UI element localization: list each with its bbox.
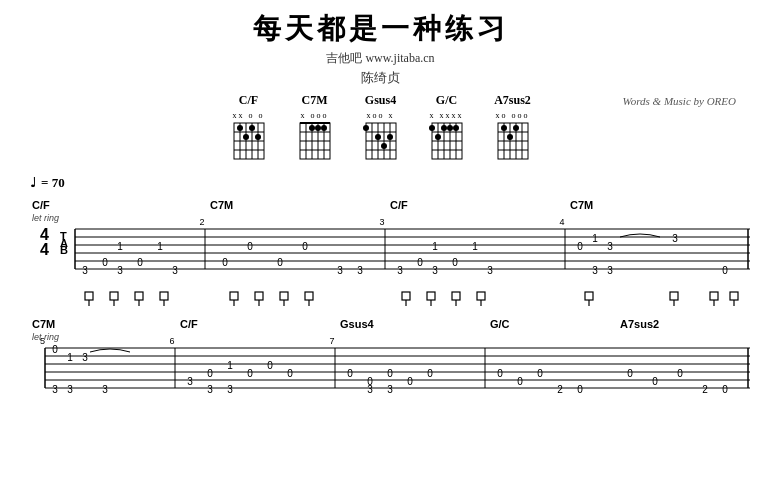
chord-gc-grid — [428, 121, 466, 161]
svg-text:0: 0 — [207, 368, 213, 379]
tab-section-2: C7M C/F Gsus4 G/C A7sus2 let ring 5 6 7 — [20, 314, 741, 404]
svg-text:3: 3 — [67, 384, 73, 395]
svg-rect-133 — [477, 292, 485, 300]
svg-rect-139 — [710, 292, 718, 300]
svg-rect-141 — [730, 292, 738, 300]
svg-text:0: 0 — [407, 376, 413, 387]
svg-text:3: 3 — [487, 265, 493, 276]
svg-text:Gsus4: Gsus4 — [340, 318, 375, 330]
svg-text:0: 0 — [652, 376, 658, 387]
svg-text:B: B — [60, 244, 68, 256]
svg-point-10 — [249, 125, 255, 131]
svg-rect-129 — [427, 292, 435, 300]
svg-text:0: 0 — [722, 265, 728, 276]
svg-text:3: 3 — [52, 384, 58, 395]
svg-text:G/C: G/C — [490, 318, 510, 330]
svg-point-58 — [507, 134, 513, 140]
svg-text:2: 2 — [199, 217, 204, 227]
svg-text:4: 4 — [559, 217, 564, 227]
chord-gsus4-grid — [362, 121, 400, 161]
svg-text:0: 0 — [247, 368, 253, 379]
tab-staff-1: C/F C7M C/F C7M let ring 4 4 T A B — [30, 195, 750, 290]
rhythm-row-1 — [30, 288, 750, 310]
svg-text:0: 0 — [287, 368, 293, 379]
svg-text:0: 0 — [417, 257, 423, 268]
chord-c7m-name: C7M — [296, 93, 334, 108]
svg-text:0: 0 — [52, 344, 58, 355]
svg-text:0: 0 — [347, 368, 353, 379]
svg-text:1: 1 — [472, 241, 478, 252]
chord-a7sus2-grid — [494, 121, 532, 161]
svg-text:3: 3 — [387, 384, 393, 395]
tempo-note: ♩ — [30, 175, 36, 191]
svg-text:3: 3 — [117, 265, 123, 276]
song-title: 每天都是一种练习 — [20, 10, 741, 48]
svg-point-48 — [453, 125, 459, 131]
svg-text:1: 1 — [157, 241, 163, 252]
svg-text:3: 3 — [102, 384, 108, 395]
tempo: ♩ = 70 — [30, 175, 731, 191]
svg-rect-125 — [305, 292, 313, 300]
svg-point-23 — [321, 125, 327, 131]
page: 每天都是一种练习 吉他吧 www.jitaba.cn 陈绮贞 Words & M… — [0, 0, 761, 504]
svg-text:3: 3 — [379, 217, 384, 227]
credits: Words & Music by OREO — [623, 95, 736, 107]
chord-a7sus2-name: A7sus2 — [494, 93, 532, 108]
svg-rect-111 — [85, 292, 93, 300]
svg-text:C7M: C7M — [32, 318, 55, 330]
svg-text:C/F: C/F — [32, 199, 50, 211]
svg-text:0: 0 — [627, 368, 633, 379]
svg-text:0: 0 — [452, 257, 458, 268]
svg-text:0: 0 — [577, 384, 583, 395]
chord-cf-grid — [230, 121, 268, 161]
chord-c7m-grid — [296, 121, 334, 161]
svg-text:7: 7 — [329, 336, 334, 346]
svg-text:0: 0 — [427, 368, 433, 379]
svg-rect-137 — [670, 292, 678, 300]
svg-rect-119 — [230, 292, 238, 300]
svg-text:1: 1 — [227, 360, 233, 371]
svg-rect-135 — [585, 292, 593, 300]
chord-gsus4: Gsus4 xoo x — [362, 93, 400, 165]
website: 吉他吧 www.jitaba.cn — [20, 50, 741, 67]
header: 每天都是一种练习 吉他吧 www.jitaba.cn 陈绮贞 — [20, 10, 741, 87]
svg-text:5: 5 — [40, 336, 45, 346]
svg-text:let ring: let ring — [32, 332, 59, 342]
svg-text:3: 3 — [82, 265, 88, 276]
svg-text:3: 3 — [227, 384, 233, 395]
svg-rect-113 — [110, 292, 118, 300]
chord-a7sus2: A7sus2 xo ooo — [494, 93, 532, 165]
svg-point-8 — [237, 125, 243, 131]
svg-text:0: 0 — [677, 368, 683, 379]
svg-point-21 — [309, 125, 315, 131]
svg-rect-117 — [160, 292, 168, 300]
tempo-value: = 70 — [41, 175, 65, 191]
chord-gc-name: G/C — [428, 93, 466, 108]
svg-text:1: 1 — [592, 233, 598, 244]
svg-text:3: 3 — [367, 384, 373, 395]
svg-point-33 — [375, 134, 381, 140]
svg-text:C/F: C/F — [180, 318, 198, 330]
svg-point-32 — [363, 125, 369, 131]
svg-text:3: 3 — [82, 352, 88, 363]
svg-text:0: 0 — [222, 257, 228, 268]
svg-text:4: 4 — [40, 241, 49, 258]
svg-text:2: 2 — [702, 384, 708, 395]
svg-text:0: 0 — [722, 384, 728, 395]
svg-point-47 — [447, 125, 453, 131]
svg-text:3: 3 — [337, 265, 343, 276]
svg-text:3: 3 — [172, 265, 178, 276]
svg-text:3: 3 — [672, 233, 678, 244]
svg-text:1: 1 — [117, 241, 123, 252]
svg-rect-123 — [280, 292, 288, 300]
svg-text:1: 1 — [67, 352, 73, 363]
chord-gsus4-name: Gsus4 — [362, 93, 400, 108]
svg-text:3: 3 — [357, 265, 363, 276]
chord-c7m: C7M x ooo — [296, 93, 334, 165]
svg-point-35 — [387, 134, 393, 140]
svg-point-44 — [429, 125, 435, 131]
svg-text:0: 0 — [247, 241, 253, 252]
svg-rect-131 — [452, 292, 460, 300]
svg-text:3: 3 — [607, 241, 613, 252]
svg-rect-115 — [135, 292, 143, 300]
